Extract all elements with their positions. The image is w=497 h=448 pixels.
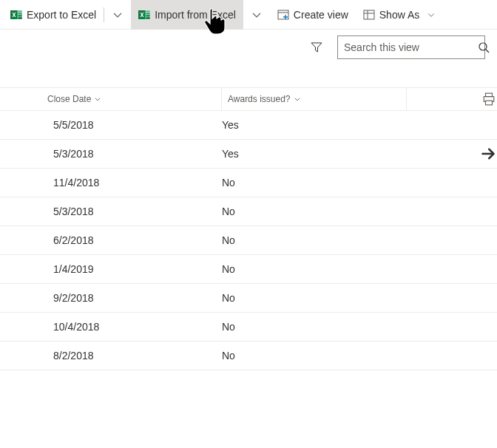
create-view-label: Create view [294, 9, 348, 21]
cell-close-date: 9/2/2018 [53, 292, 222, 304]
column-header-label: Awards issued? [228, 94, 291, 104]
search-box[interactable] [337, 35, 485, 59]
print-icon[interactable] [482, 92, 496, 106]
svg-rect-1 [18, 10, 22, 13]
data-grid: Close Date Awards issued? 5/5/2018Yes5/3… [0, 87, 497, 370]
chevron-down-icon [251, 9, 263, 21]
cell-awards-issued: No [222, 263, 392, 275]
svg-rect-7 [146, 13, 150, 15]
table-row[interactable]: 8/2/2018No [0, 342, 497, 370]
excel-icon [138, 9, 150, 21]
import-dropdown-button[interactable] [243, 0, 270, 30]
svg-rect-19 [486, 101, 493, 105]
column-header-label: Close Date [47, 94, 91, 104]
svg-point-15 [479, 43, 487, 50]
table-row[interactable]: 5/3/2018Yes [0, 140, 497, 169]
column-headers-row: Close Date Awards issued? [0, 87, 497, 111]
cell-awards-issued: Yes [222, 119, 392, 131]
cell-close-date: 5/3/2018 [53, 206, 222, 217]
table-row[interactable]: 11/4/2018No [0, 169, 497, 197]
svg-rect-3 [18, 15, 22, 17]
arrow-right-icon[interactable] [481, 146, 496, 161]
svg-rect-10 [278, 10, 288, 19]
show-as-label: Show As [379, 9, 419, 21]
show-as-icon [363, 9, 375, 21]
chevron-down-icon [427, 10, 436, 19]
cell-close-date: 1/4/2019 [53, 263, 222, 275]
search-bar [0, 30, 497, 65]
cell-close-date: 10/4/2018 [53, 321, 222, 333]
search-icon [478, 41, 490, 53]
chevron-down-icon [112, 9, 124, 21]
show-as-button[interactable]: Show As [356, 0, 443, 30]
cell-close-date: 5/5/2018 [53, 119, 222, 131]
table-row[interactable]: 1/4/2019No [0, 255, 497, 284]
chevron-down-icon [94, 95, 101, 103]
cell-awards-issued: Yes [222, 148, 392, 160]
export-to-excel-button[interactable]: Export to Excel [3, 0, 104, 30]
cell-close-date: 8/2/2018 [53, 350, 222, 362]
svg-rect-4 [18, 17, 22, 19]
chevron-down-icon [294, 95, 301, 103]
create-view-button[interactable]: Create view [270, 0, 356, 30]
search-input[interactable] [344, 41, 473, 53]
table-row[interactable]: 5/5/2018Yes [0, 111, 497, 140]
column-header-close-date[interactable]: Close Date [41, 88, 222, 110]
filter-button[interactable] [305, 35, 328, 59]
svg-rect-9 [146, 17, 150, 19]
export-dropdown-button[interactable] [104, 0, 131, 30]
table-row[interactable]: 10/4/2018No [0, 313, 497, 342]
column-header-awards-issued[interactable]: Awards issued? [222, 88, 407, 110]
svg-rect-17 [486, 93, 493, 97]
cell-awards-issued: No [222, 234, 392, 246]
cell-awards-issued: No [222, 350, 392, 362]
svg-rect-6 [146, 10, 150, 13]
cell-close-date: 11/4/2018 [53, 177, 222, 189]
svg-rect-2 [18, 13, 22, 15]
svg-line-16 [486, 50, 489, 52]
create-view-icon [277, 9, 289, 21]
command-bar: Export to Excel Import from Excel Create… [0, 0, 497, 30]
cell-awards-issued: No [222, 321, 392, 333]
cell-awards-issued: No [222, 292, 392, 304]
table-row[interactable]: 6/2/2018No [0, 226, 497, 255]
excel-icon [10, 9, 22, 21]
import-label: Import from Excel [155, 9, 236, 21]
cell-awards-issued: No [222, 177, 392, 189]
cell-awards-issued: No [222, 206, 392, 217]
cell-close-date: 6/2/2018 [53, 234, 222, 246]
table-row[interactable]: 5/3/2018No [0, 197, 497, 226]
export-label: Export to Excel [27, 9, 96, 21]
svg-rect-12 [364, 10, 374, 19]
funnel-icon [311, 41, 322, 53]
table-row[interactable]: 9/2/2018No [0, 284, 497, 313]
svg-rect-8 [146, 15, 150, 17]
cell-close-date: 5/3/2018 [53, 148, 222, 160]
import-from-excel-button[interactable]: Import from Excel [131, 0, 243, 30]
